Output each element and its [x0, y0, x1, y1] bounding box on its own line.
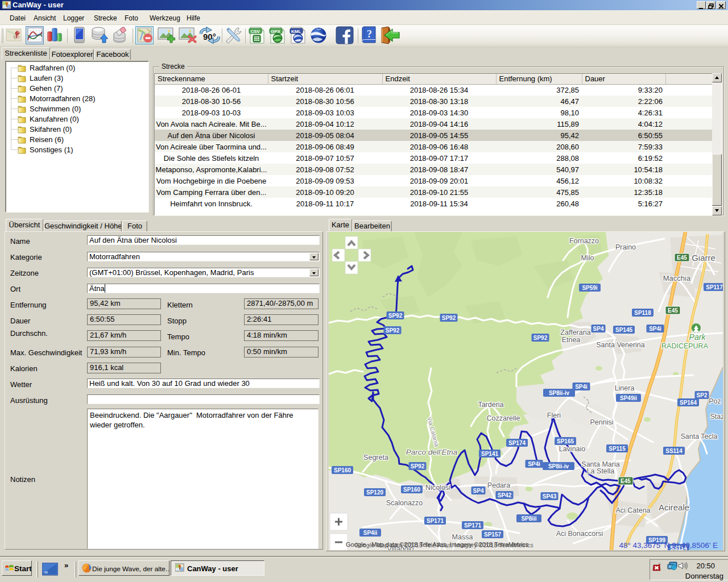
svg-text:CSV: CSV — [251, 29, 260, 34]
svg-text:KML: KML — [291, 29, 301, 34]
svg-text:SP171: SP171 — [427, 518, 444, 524]
svg-text:SP117: SP117 — [706, 284, 723, 290]
svg-text:SP8ii-iv: SP8ii-iv — [548, 463, 569, 469]
svg-text:Fleri: Fleri — [547, 411, 561, 419]
svg-text:Praino: Praino — [615, 243, 636, 251]
svg-text:Etnea: Etnea — [562, 336, 581, 344]
svg-text:SP59i: SP59i — [582, 285, 597, 291]
svg-text:SP4ii: SP4ii — [363, 530, 378, 536]
svg-text:Pedara: Pedara — [487, 481, 510, 489]
svg-text:SP8ii-iv: SP8ii-iv — [549, 390, 570, 396]
svg-text:SP92: SP92 — [533, 335, 548, 341]
svg-text:Santa Tecla: Santa Tecla — [680, 433, 717, 440]
svg-text:SP171: SP171 — [464, 522, 481, 529]
svg-text:SP4i: SP4i — [528, 461, 540, 467]
svg-text:SP145: SP145 — [615, 327, 632, 333]
svg-text:E45: E45 — [668, 307, 678, 314]
svg-text:SS114: SS114 — [665, 448, 682, 454]
svg-text:La Stella: La Stella — [587, 467, 615, 475]
svg-text:48° 43,3675' N 9° 40,8506' E: 48° 43,3675' N 9° 40,8506' E — [619, 541, 718, 550]
svg-text:SP4: SP4 — [473, 488, 484, 494]
svg-text:SP164: SP164 — [680, 400, 697, 406]
svg-text:Pennisi: Pennisi — [590, 418, 614, 426]
svg-text:Aci Catena: Aci Catena — [615, 506, 650, 514]
svg-text:Acireale: Acireale — [659, 502, 689, 512]
svg-text:Nicolosi: Nicolosi — [425, 484, 450, 492]
svg-text:Aci Bonaccorsi: Aci Bonaccorsi — [556, 530, 603, 538]
svg-text:Staz: Staz — [710, 413, 723, 421]
svg-text:Park: Park — [689, 332, 706, 342]
svg-text:SP141: SP141 — [481, 451, 498, 457]
svg-text:SP174: SP174 — [508, 440, 526, 446]
svg-text:SP43: SP43 — [543, 493, 557, 500]
svg-text:SP4: SP4 — [593, 326, 604, 332]
svg-text:SP120: SP120 — [366, 489, 383, 496]
svg-text:GPX: GPX — [271, 29, 281, 34]
svg-text:Zafferana: Zafferana — [560, 329, 590, 336]
svg-text:SP160: SP160 — [403, 487, 420, 493]
svg-text:SP49ii: SP49ii — [620, 395, 637, 401]
svg-text:Fornazzo: Fornazzo — [569, 237, 599, 245]
svg-text:Giarre: Giarre — [692, 253, 715, 263]
svg-text:Linera: Linera — [615, 384, 635, 392]
svg-text:SP160: SP160 — [334, 467, 351, 473]
svg-text:Cozzarelle: Cozzarelle — [486, 414, 520, 422]
svg-text:SP92: SP92 — [388, 313, 403, 319]
svg-text:Macchia: Macchia — [663, 274, 691, 282]
svg-text:Google Map data ©2018 Tele At: Google Map data ©2018 Tele Atlas, Imager… — [354, 542, 533, 548]
svg-text:SP4i: SP4i — [575, 384, 588, 390]
svg-text:Parco dell'Etna: Parco dell'Etna — [406, 448, 458, 456]
svg-text:SP2: SP2 — [697, 392, 708, 398]
svg-text:SP92: SP92 — [411, 463, 425, 469]
svg-text:SP8iii: SP8iii — [521, 516, 536, 522]
svg-text:RADICEPURA: RADICEPURA — [661, 342, 709, 350]
svg-text:SP115: SP115 — [609, 446, 626, 452]
svg-text:Tarderia: Tarderia — [478, 401, 503, 409]
svg-text:SP42: SP42 — [498, 492, 512, 498]
svg-text:Massa: Massa — [452, 533, 473, 541]
svg-text:SP165: SP165 — [557, 438, 574, 444]
svg-text:Lavinaio: Lavinaio — [559, 445, 586, 453]
svg-text:SP92: SP92 — [386, 327, 400, 334]
svg-text:Segreta: Segreta — [363, 454, 388, 462]
svg-text:SP92: SP92 — [442, 315, 456, 321]
svg-text:E45: E45 — [621, 478, 631, 484]
svg-text:Santa Venerina: Santa Venerina — [596, 341, 645, 349]
svg-text:SP157: SP157 — [484, 531, 501, 538]
svg-text:SP4i: SP4i — [649, 326, 661, 332]
svg-text:SP118: SP118 — [634, 310, 651, 316]
svg-text:?: ? — [367, 28, 372, 40]
svg-text:Milo: Milo — [581, 254, 594, 262]
svg-text:Scalonazzo: Scalonazzo — [386, 499, 423, 507]
svg-text:E45: E45 — [677, 255, 687, 261]
svg-text:Poz: Poz — [709, 397, 721, 405]
